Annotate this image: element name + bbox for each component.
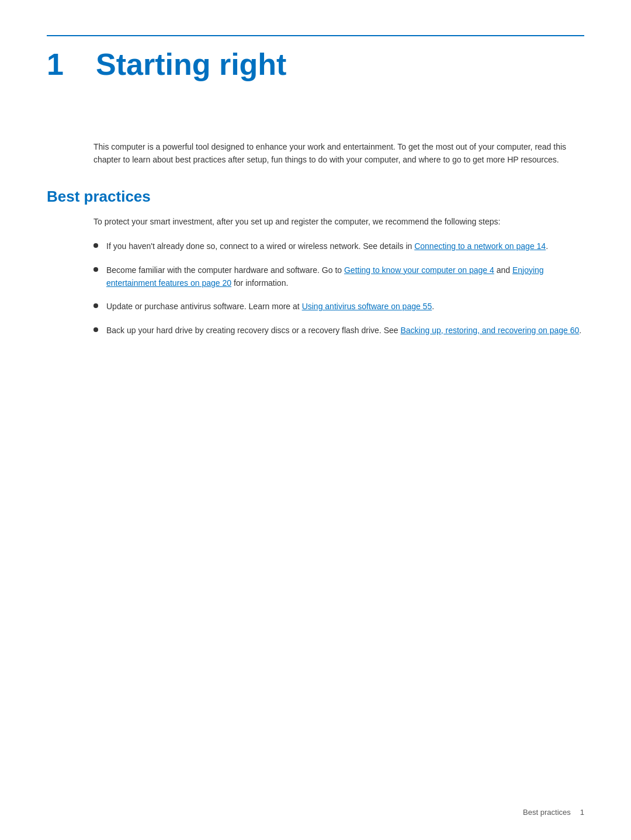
bullet-dot — [93, 267, 98, 272]
getting-to-know-link[interactable]: Getting to know your computer on page 4 — [344, 265, 494, 275]
footer-section-label: Best practices — [523, 808, 571, 817]
intro-text: This computer is a powerful tool designe… — [93, 140, 584, 167]
list-item: If you haven't already done so, connect … — [93, 240, 584, 253]
list-item: Update or purchase antivirus software. L… — [93, 300, 584, 313]
bullet-text: Back up your hard drive by creating reco… — [106, 324, 584, 337]
list-item: Become familiar with the computer hardwa… — [93, 264, 584, 290]
footer: Best practices 1 — [523, 808, 584, 817]
backing-up-link[interactable]: Backing up, restoring, and recovering on… — [400, 326, 579, 335]
connecting-to-network-link[interactable]: Connecting to a network on page 14 — [414, 241, 546, 251]
chapter-number: 1 — [47, 47, 82, 82]
bullet-text: Become familiar with the computer hardwa… — [106, 264, 584, 290]
footer-page-number: 1 — [580, 808, 584, 817]
page-container: 1 Starting right This computer is a powe… — [0, 0, 631, 840]
antivirus-link[interactable]: Using antivirus software on page 55 — [302, 302, 432, 311]
bullet-dot — [93, 243, 98, 248]
section-title: Best practices — [47, 188, 584, 206]
chapter-title: Starting right — [96, 47, 286, 82]
bullet-text: Update or purchase antivirus software. L… — [106, 300, 584, 313]
bullet-list: If you haven't already done so, connect … — [93, 240, 584, 337]
chapter-header: 1 Starting right — [47, 47, 584, 82]
bullet-text: If you haven't already done so, connect … — [106, 240, 584, 253]
list-item: Back up your hard drive by creating reco… — [93, 324, 584, 337]
top-rule — [47, 35, 584, 36]
section-intro: To protect your smart investment, after … — [93, 215, 584, 228]
bullet-dot — [93, 327, 98, 332]
bullet-dot — [93, 303, 98, 308]
